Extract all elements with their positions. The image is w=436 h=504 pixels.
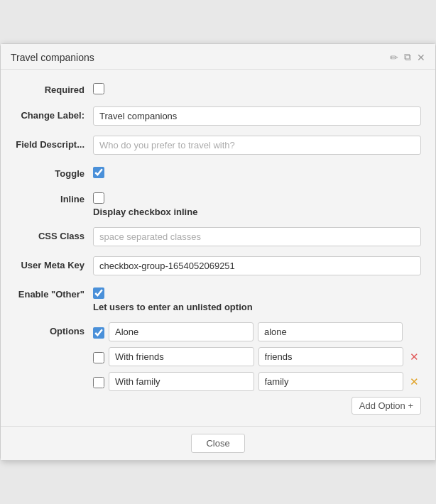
- option-2-checkbox[interactable]: [93, 352, 104, 363]
- inline-row: Inline Display checkbox inline: [15, 190, 421, 217]
- option-1-value-input[interactable]: [258, 322, 403, 341]
- user-meta-key-input[interactable]: [93, 256, 421, 275]
- option-2-label-input[interactable]: [109, 347, 254, 366]
- inline-label: Inline: [15, 190, 93, 204]
- enable-other-checkbox[interactable]: [93, 287, 104, 299]
- enable-other-control: Let users to enter an unlisted option: [93, 285, 421, 312]
- css-class-label: CSS Class: [15, 227, 93, 241]
- required-checkbox[interactable]: [93, 83, 104, 94]
- user-meta-key-control: [93, 256, 421, 275]
- user-meta-key-row: User Meta Key: [15, 256, 421, 275]
- inline-control: Display checkbox inline: [93, 190, 421, 217]
- option-row-2: ✕: [93, 347, 421, 366]
- toggle-row: Toggle: [15, 165, 421, 180]
- option-row-1: [93, 322, 421, 341]
- dialog-title: Travel companions: [11, 52, 94, 63]
- header-icons: ✏ ⧉ ✕: [390, 51, 425, 63]
- travel-companions-dialog: Travel companions ✏ ⧉ ✕ Required Change …: [0, 43, 436, 461]
- dialog-body: Required Change Label: Field Descript...…: [1, 70, 435, 426]
- inline-checkbox[interactable]: [93, 192, 104, 204]
- css-class-input[interactable]: [93, 227, 421, 246]
- field-desc-control: [93, 136, 421, 155]
- dialog-footer: Close: [1, 426, 435, 460]
- user-meta-key-label: User Meta Key: [15, 256, 93, 270]
- option-3-delete-icon[interactable]: ✕: [408, 376, 421, 388]
- option-2-value-input[interactable]: [258, 347, 404, 366]
- close-button[interactable]: Close: [191, 434, 244, 453]
- toggle-label: Toggle: [15, 165, 93, 179]
- add-option-row: Add Option +: [93, 397, 421, 415]
- option-1-label-input[interactable]: [109, 322, 254, 341]
- add-option-button[interactable]: Add Option +: [351, 397, 421, 415]
- option-3-value-input[interactable]: [258, 372, 404, 391]
- change-label-label: Change Label:: [15, 106, 93, 121]
- required-row: Required: [15, 81, 421, 97]
- options-section: Options ✕: [15, 322, 421, 415]
- options-label: Options: [15, 322, 93, 336]
- enable-other-row: Enable "Other" Let users to enter an unl…: [15, 285, 421, 312]
- change-label-input[interactable]: [93, 106, 421, 126]
- expand-icon[interactable]: ⧉: [404, 51, 411, 63]
- toggle-control: [93, 165, 421, 180]
- change-label-control: [93, 106, 421, 126]
- option-3-label-input[interactable]: [109, 372, 254, 391]
- options-container: ✕ ✕ Add Option +: [93, 322, 421, 415]
- enable-other-desc: Let users to enter an unlisted option: [93, 302, 421, 312]
- inline-desc: Display checkbox inline: [93, 207, 421, 217]
- css-class-row: CSS Class: [15, 227, 421, 246]
- css-class-control: [93, 227, 421, 246]
- option-3-checkbox[interactable]: [93, 377, 104, 388]
- enable-other-inner: Let users to enter an unlisted option: [93, 285, 421, 312]
- field-desc-input[interactable]: [93, 136, 421, 155]
- enable-other-check-row: [93, 285, 421, 299]
- toggle-checkbox[interactable]: [93, 167, 104, 178]
- change-label-row: Change Label:: [15, 106, 421, 126]
- required-label: Required: [15, 81, 93, 95]
- field-desc-row: Field Descript...: [15, 136, 421, 155]
- enable-other-label: Enable "Other": [15, 285, 93, 300]
- close-icon[interactable]: ✕: [417, 52, 425, 63]
- field-desc-label: Field Descript...: [15, 136, 93, 150]
- dialog-header: Travel companions ✏ ⧉ ✕: [1, 44, 435, 70]
- option-2-delete-icon[interactable]: ✕: [408, 351, 421, 363]
- required-control: [93, 81, 421, 97]
- option-row-3: ✕: [93, 372, 421, 391]
- edit-icon[interactable]: ✏: [390, 52, 398, 63]
- option-1-checkbox[interactable]: [93, 327, 104, 339]
